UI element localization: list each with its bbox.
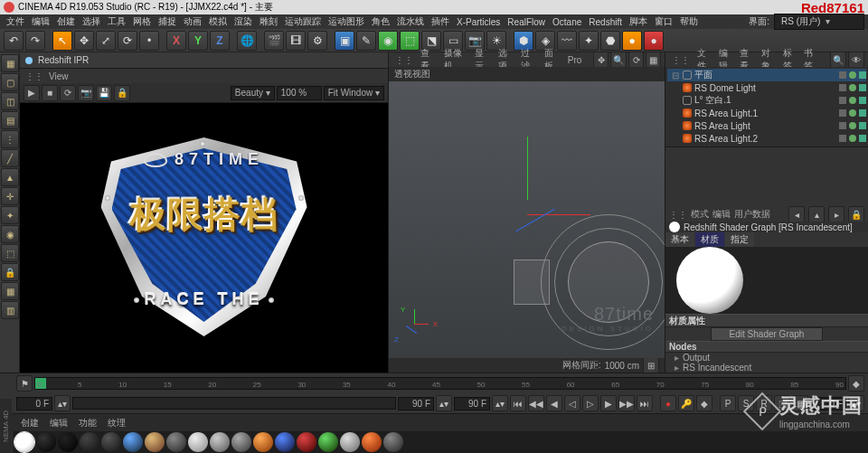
material-list[interactable]: [13, 431, 868, 453]
menu-script[interactable]: 脚本: [627, 14, 650, 29]
material-ball[interactable]: [101, 432, 121, 452]
texture-mode[interactable]: ◫: [1, 92, 19, 110]
move-tool[interactable]: ✥: [74, 31, 94, 51]
mat-menu-func[interactable]: 功能: [74, 416, 101, 430]
tl-spin2[interactable]: ▴▾: [436, 395, 452, 411]
vp-nav-rotate-icon[interactable]: ⟳: [628, 52, 644, 68]
render-flag-icon[interactable]: [859, 84, 866, 91]
material-ball[interactable]: [318, 432, 338, 452]
undo-button[interactable]: ↶: [4, 31, 24, 51]
render-view-button[interactable]: 🎬: [264, 31, 284, 51]
pen-tool[interactable]: ✎: [356, 31, 376, 51]
object-manager[interactable]: ⊟ 平面 RS Dome Light L° 空白.1 RS Area Light…: [665, 67, 868, 147]
material-ball[interactable]: [210, 432, 230, 452]
point-mode[interactable]: ⋮: [1, 130, 19, 148]
ipr-view-label[interactable]: View: [49, 71, 69, 81]
attr-tab-material[interactable]: 材质: [695, 232, 724, 247]
menu-render[interactable]: 渲染: [231, 14, 255, 29]
menu-octane[interactable]: Octane: [550, 16, 584, 28]
material-ball[interactable]: [340, 432, 360, 452]
tl-play-fwd[interactable]: ▷: [582, 395, 599, 411]
layer-flag-icon[interactable]: [839, 109, 846, 117]
mat-menu-tex[interactable]: 纹理: [103, 416, 130, 430]
menu-edit[interactable]: 编辑: [29, 14, 52, 29]
workplane-mode[interactable]: ▤: [1, 111, 19, 129]
material-ball[interactable]: [188, 432, 208, 452]
visibility-flag-icon[interactable]: [849, 97, 856, 104]
expand-icon[interactable]: ⊟: [671, 71, 680, 80]
menu-snap[interactable]: 捕捉: [156, 14, 179, 29]
menu-plugins[interactable]: 插件: [429, 14, 452, 29]
vp-nav-zoom-icon[interactable]: 🔍: [610, 52, 627, 68]
render-settings-button[interactable]: ⚙: [307, 31, 327, 51]
tl-record-button[interactable]: ●: [660, 395, 676, 411]
ipr-aov-select[interactable]: Beauty ▾: [231, 86, 275, 100]
ipr-save-button[interactable]: 💾: [96, 85, 112, 101]
axis-y-toggle[interactable]: Y: [188, 31, 208, 51]
last-tool[interactable]: •: [139, 31, 159, 51]
edge-mode[interactable]: ╱: [1, 149, 19, 167]
tl-goto-start[interactable]: ⏮: [510, 395, 526, 411]
section-nodes[interactable]: Nodes: [665, 341, 868, 353]
material-ball[interactable]: [123, 432, 143, 452]
close-icon[interactable]: [4, 2, 14, 13]
material-manager-tab[interactable]: NEMA 4D: [0, 399, 12, 453]
render-region-button[interactable]: 🎞: [286, 31, 306, 51]
vp-nav-move-icon[interactable]: ✥: [593, 52, 609, 68]
om-row[interactable]: RS Area Light: [667, 119, 866, 132]
menu-sculpt[interactable]: 雕刻: [257, 14, 280, 29]
om-row[interactable]: RS Area Light.1: [667, 107, 866, 119]
model-mode[interactable]: ▢: [1, 73, 19, 91]
array-generator[interactable]: ⬚: [400, 31, 420, 51]
ipr-stop-button[interactable]: ■: [42, 85, 58, 101]
tl-end2-field[interactable]: [454, 397, 490, 411]
redshift-ipr-button[interactable]: ●: [622, 31, 642, 51]
material-ball[interactable]: [80, 432, 99, 452]
layer-flag-icon[interactable]: [839, 71, 846, 79]
vp-nav-toggle-icon[interactable]: ▦: [646, 52, 661, 68]
layer-flag-icon[interactable]: [839, 122, 846, 129]
material-ball[interactable]: [253, 432, 273, 452]
render-flag-icon[interactable]: [859, 135, 866, 142]
menu-sim[interactable]: 模拟: [206, 14, 230, 29]
tl-filter-icon[interactable]: ⚑: [16, 375, 33, 392]
attr-lock-icon[interactable]: 🔒: [848, 206, 864, 222]
tl-key-pos[interactable]: P: [720, 395, 736, 411]
subdivision-surface[interactable]: ◉: [378, 31, 398, 51]
tl-spin1[interactable]: ▴▾: [54, 395, 71, 411]
ipr-snapshot-button[interactable]: 📷: [78, 85, 94, 101]
redo-button[interactable]: ↷: [25, 31, 45, 51]
viewport-solo[interactable]: ◉: [1, 225, 19, 243]
om-row[interactable]: RS Area Light.2: [667, 132, 866, 145]
scale-tool[interactable]: ⤢: [96, 31, 116, 51]
mat-menu-create[interactable]: 创建: [16, 416, 43, 430]
menu-window[interactable]: 窗口: [652, 14, 675, 29]
snap-toggle[interactable]: ⬚: [1, 244, 19, 262]
vp-menu-pro[interactable]: Pro: [565, 55, 585, 65]
material-ball[interactable]: [383, 432, 403, 452]
material-ball[interactable]: [14, 432, 34, 452]
locked-workplane[interactable]: ▦: [1, 282, 19, 300]
menu-tools[interactable]: 工具: [105, 14, 128, 29]
menu-file[interactable]: 文件: [4, 14, 27, 29]
tl-play-back[interactable]: ◁: [564, 395, 580, 411]
rotate-tool[interactable]: ⟳: [118, 31, 137, 51]
material-ball[interactable]: [362, 432, 382, 452]
material-preview[interactable]: [665, 247, 868, 314]
visibility-flag-icon[interactable]: [849, 84, 856, 91]
attr-nav-fwd-icon[interactable]: ▸: [828, 206, 844, 222]
attr-nav-up-icon[interactable]: ▴: [808, 206, 825, 222]
attr-menu-userdata[interactable]: 用户数据: [734, 208, 770, 221]
make-editable[interactable]: ▦: [1, 54, 19, 72]
render-flag-icon[interactable]: [859, 109, 866, 117]
tl-frame-back[interactable]: ◀: [546, 395, 562, 411]
material-ball[interactable]: [58, 432, 78, 452]
axis-mode[interactable]: ✛: [1, 187, 19, 205]
ipr-render-view[interactable]: 87TIME 极限搭档 RACE THE: [20, 103, 388, 373]
plugin-1[interactable]: ✦: [579, 31, 599, 51]
attr-tab-basic[interactable]: 基本: [665, 232, 694, 247]
planar-workplane[interactable]: ▥: [1, 301, 19, 319]
vp-footer-grid-icon[interactable]: ⊞: [643, 357, 659, 373]
om-search-icon[interactable]: 🔍: [830, 52, 846, 68]
ipr-refresh-button[interactable]: ⟳: [60, 85, 76, 101]
